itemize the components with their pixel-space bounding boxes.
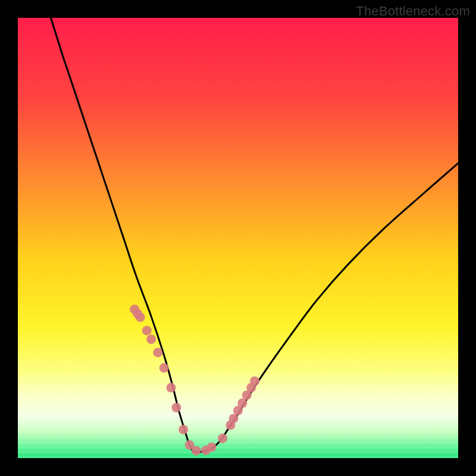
- marker-dot: [159, 363, 169, 372]
- plot-svg: [18, 18, 458, 458]
- marker-dot: [218, 434, 227, 443]
- marker-dot: [167, 383, 176, 393]
- marker-dot: [192, 446, 201, 455]
- marker-dot: [250, 377, 259, 386]
- marker-dot: [153, 347, 162, 357]
- marker-dot: [178, 425, 188, 434]
- marker-dot: [136, 312, 145, 322]
- marker-dot: [142, 325, 152, 335]
- marker-group: [130, 305, 259, 456]
- plot-area: [18, 18, 458, 458]
- chart-stage: TheBottleneck.com: [0, 0, 476, 476]
- watermark-label: TheBottleneck.com: [356, 4, 470, 19]
- marker-dot: [171, 403, 181, 412]
- marker-dot: [207, 443, 217, 452]
- marker-dot: [146, 334, 156, 344]
